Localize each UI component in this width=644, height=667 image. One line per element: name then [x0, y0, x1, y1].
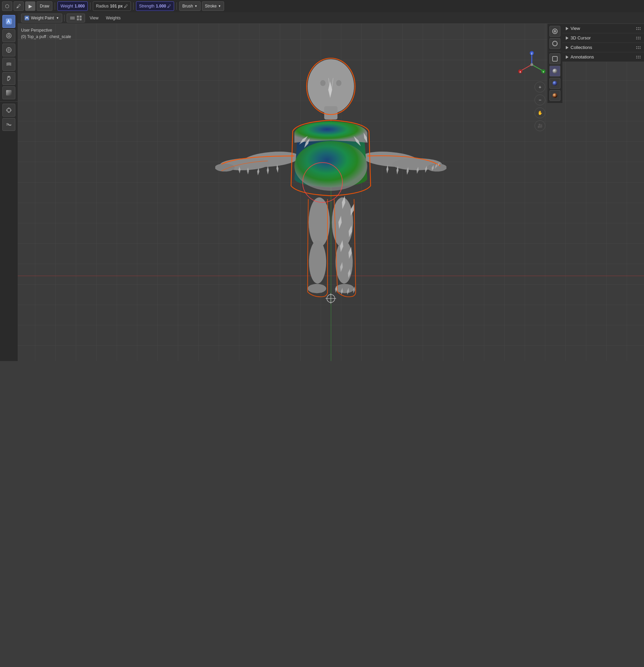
- svg-point-59: [552, 69, 557, 74]
- svg-point-55: [553, 30, 556, 33]
- strength-param[interactable]: Strength 1.000 🖊: [136, 1, 174, 11]
- rendered-btn[interactable]: [549, 90, 560, 101]
- tool-smear[interactable]: [2, 58, 15, 71]
- svg-rect-8: [6, 90, 12, 96]
- wireframe-btn[interactable]: [549, 53, 560, 64]
- svg-rect-30: [324, 107, 338, 120]
- sample-tool-icon: [5, 75, 13, 82]
- average-tool-icon: [5, 46, 13, 54]
- svg-rect-18: [77, 16, 79, 18]
- weights-nav-btn[interactable]: Weights: [103, 14, 124, 22]
- svg-text:Y: Y: [543, 71, 544, 73]
- draw-mode-icon[interactable]: ▶: [25, 1, 35, 11]
- svg-point-7: [8, 77, 10, 78]
- pan-btn[interactable]: ✋: [534, 108, 545, 118]
- stroke-btn[interactable]: Stroke ▼: [202, 1, 224, 11]
- svg-point-1: [6, 33, 11, 38]
- left-toolbar: [0, 12, 18, 361]
- camera-btn[interactable]: 🎥: [534, 120, 545, 131]
- svg-point-57: [553, 42, 557, 45]
- strength-brush-icon: 🖊: [167, 4, 171, 8]
- tool-separator: [0, 101, 18, 102]
- collections-dots-icon: [636, 46, 641, 49]
- svg-line-47: [521, 65, 532, 71]
- separator-3: [133, 2, 134, 10]
- collections-label: Collections: [570, 45, 592, 50]
- view-controls: + − ✋ 🎥: [534, 82, 545, 131]
- view-nav-btn[interactable]: View: [87, 14, 101, 22]
- tool-blur[interactable]: [2, 29, 15, 42]
- material-icon: [552, 80, 558, 86]
- blur-tool-icon: [5, 32, 13, 39]
- tool-draw[interactable]: [2, 15, 15, 28]
- radius-param[interactable]: Radius 101 px 🖊: [93, 1, 131, 11]
- svg-point-61: [552, 93, 557, 98]
- overlay-view-row[interactable]: View: [562, 24, 644, 33]
- solid-btn[interactable]: [549, 66, 560, 77]
- overlay-view-left: View: [566, 26, 580, 31]
- overlay-panel: View 3D Cursor Collections An: [562, 24, 644, 62]
- navigation-gizmo[interactable]: Z X Y: [518, 51, 545, 78]
- svg-point-35: [308, 284, 326, 293]
- separator-2: [90, 2, 91, 10]
- svg-point-28: [294, 141, 368, 191]
- svg-point-2: [8, 35, 10, 37]
- annotations-dots-icon: [636, 56, 641, 59]
- tool-average[interactable]: [2, 44, 15, 56]
- brush-btn[interactable]: Brush ▼: [179, 1, 200, 11]
- view-icon-pair[interactable]: [67, 14, 85, 22]
- svg-point-38: [336, 284, 354, 293]
- svg-point-31: [320, 80, 326, 86]
- separator-1: [55, 2, 55, 10]
- weight-param[interactable]: Weight 1.000: [58, 1, 88, 11]
- view-icon-grid: [77, 15, 82, 21]
- tool-relax[interactable]: [2, 118, 15, 131]
- svg-point-3: [9, 33, 10, 34]
- right-sep: [549, 51, 561, 51]
- svg-rect-20: [77, 18, 79, 20]
- radius-brush-icon: 🖊: [124, 4, 128, 8]
- tool-cursor[interactable]: [2, 104, 15, 117]
- weights-nav-label: Weights: [106, 16, 121, 20]
- draw-mode-btn[interactable]: Draw: [37, 1, 52, 11]
- view-icon-small: [70, 15, 75, 21]
- character-container: [215, 47, 447, 312]
- stroke-label: Stroke: [205, 4, 217, 9]
- svg-point-24: [215, 164, 235, 171]
- svg-point-60: [552, 81, 557, 86]
- material-btn[interactable]: [549, 78, 560, 89]
- overlay-3dcursor-row[interactable]: 3D Cursor: [562, 33, 644, 43]
- workspace-icon-btn[interactable]: ⬡: [2, 1, 12, 11]
- tool-gradient[interactable]: [2, 86, 15, 99]
- tool-sample[interactable]: [2, 72, 15, 85]
- 3dcursor-label: 3D Cursor: [570, 35, 591, 40]
- xray-icon: [551, 40, 558, 47]
- svg-text:X: X: [519, 71, 521, 73]
- svg-rect-21: [80, 18, 82, 20]
- draw-mode-label: Draw: [40, 4, 49, 9]
- xray-btn[interactable]: [549, 38, 560, 49]
- edit-icon-btn[interactable]: 🖊: [14, 1, 24, 11]
- zoom-out-btn[interactable]: −: [534, 95, 545, 105]
- wireframe-icon: [552, 56, 558, 62]
- view-label: View: [570, 26, 580, 31]
- rendered-icon: [552, 93, 558, 99]
- stroke-chevron: ▼: [218, 4, 221, 8]
- cursor-tool-icon: [5, 107, 13, 114]
- character-svg: [215, 47, 447, 312]
- cursor-expand-icon: [566, 36, 568, 40]
- svg-rect-16: [70, 18, 75, 18]
- zoom-in-btn[interactable]: +: [534, 82, 545, 93]
- top-toolbar: ⬡ 🖊 ▶ Draw Weight 1.000 Radius 101 px 🖊 …: [0, 0, 644, 12]
- overlay-3dcursor-left: 3D Cursor: [566, 35, 591, 40]
- view-dots-icon: [636, 27, 641, 30]
- annotations-label: Annotations: [570, 54, 594, 60]
- weight-paint-mode-btn[interactable]: Weight Paint ▼: [21, 14, 62, 22]
- view-expand-icon: [566, 27, 568, 30]
- svg-rect-0: [6, 19, 12, 24]
- overlay-collections-row[interactable]: Collections: [562, 43, 644, 52]
- draw-tool-icon: [5, 18, 13, 25]
- svg-point-32: [336, 80, 342, 86]
- overlay-annotations-row[interactable]: Annotations: [562, 52, 644, 62]
- overlay-btn[interactable]: [549, 26, 560, 37]
